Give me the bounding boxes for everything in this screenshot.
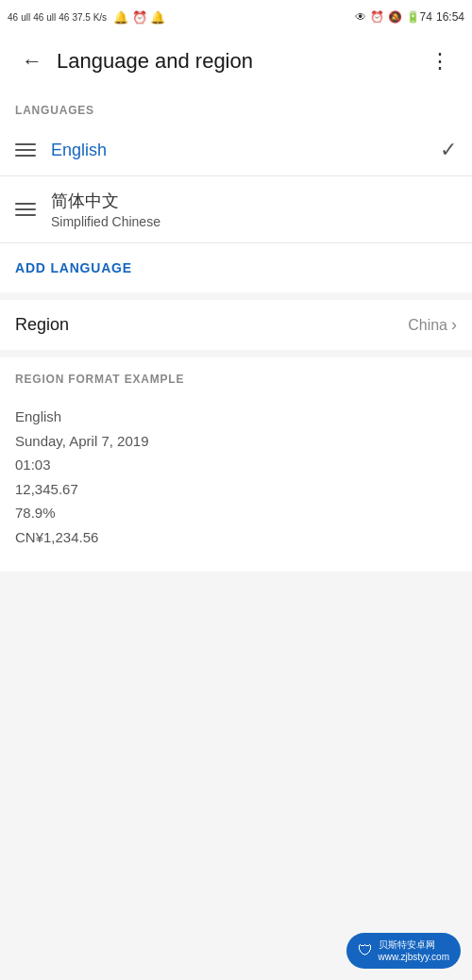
format-line-5: CN¥1,234.56 [15, 525, 457, 550]
signal-icon-1: 46 [8, 12, 18, 23]
eye-icon: 👁 [355, 10, 366, 24]
status-bar: 46 ull 46 ull 46 37.5 K/s 🔔 ⏰ 🔔 👁 ⏰ 🔕 🔋7… [0, 0, 472, 34]
languages-section: LANGUAGES English ✓ 简体中文 Simplified Chin [0, 89, 472, 292]
format-line-1: Sunday, April 7, 2019 [15, 429, 457, 454]
watermark-line2: www.zjbstyy.com [379, 951, 449, 963]
format-line-2: 01:03 [15, 453, 457, 477]
signal-icon-3: 46 [59, 12, 69, 23]
notification-icons: 🔔 ⏰ 🔔 [113, 10, 165, 25]
status-left: 46 ull 46 ull 46 37.5 K/s 🔔 ⏰ 🔔 [8, 10, 165, 25]
status-right: 👁 ⏰ 🔕 🔋74 16:54 [355, 10, 464, 24]
page-title: Language and region [57, 49, 423, 74]
english-selected-checkmark: ✓ [440, 138, 457, 162]
watermark-text: 贝斯特安卓网 www.zjbstyy.com [379, 938, 449, 963]
watermark-line1: 贝斯特安卓网 [379, 938, 449, 951]
content-area: LANGUAGES English ✓ 简体中文 Simplified Chin [0, 89, 472, 572]
signal-strength-2: ull [46, 12, 56, 23]
watermark-icon: 🛡 [358, 942, 373, 959]
format-section-header: REGION FORMAT EXAMPLE [0, 357, 472, 393]
network-speed: 37.5 K/s [72, 12, 107, 23]
more-options-button[interactable]: ⋮ [423, 44, 457, 78]
region-section: Region China › [0, 300, 472, 350]
format-line-4: 78.9% [15, 501, 457, 525]
languages-section-header: LANGUAGES [0, 89, 472, 125]
format-line-0: English [15, 405, 457, 429]
english-lang-text: English [51, 141, 440, 160]
drag-handle-english[interactable] [15, 143, 36, 157]
watermark: 🛡 贝斯特安卓网 www.zjbstyy.com [346, 933, 461, 969]
more-dots-icon: ⋮ [430, 49, 450, 74]
english-lang-name: English [51, 141, 440, 160]
region-value: China [408, 317, 447, 334]
drag-bar-1 [15, 143, 36, 145]
chinese-lang-name: 简体中文 [51, 190, 457, 212]
back-button[interactable]: ← [15, 44, 49, 78]
silent-icon: 🔕 [388, 10, 402, 24]
language-item-chinese[interactable]: 简体中文 Simplified Chinese [0, 176, 472, 242]
chevron-right-icon: › [451, 315, 457, 335]
drag-bar-5 [15, 208, 36, 210]
signal-icon-2: 46 [33, 12, 43, 23]
drag-bar-2 [15, 149, 36, 151]
chinese-lang-subtitle: Simplified Chinese [51, 214, 457, 229]
drag-handle-chinese[interactable] [15, 203, 36, 216]
region-label: Region [15, 315, 408, 335]
format-body: English Sunday, April 7, 2019 01:03 12,3… [0, 393, 472, 572]
signal-strength: ull [21, 12, 30, 23]
format-example-section: REGION FORMAT EXAMPLE English Sunday, Ap… [0, 357, 472, 572]
drag-bar-6 [15, 214, 36, 216]
battery-icon: 🔋74 [406, 10, 432, 24]
region-row[interactable]: Region China › [0, 300, 472, 350]
app-bar: ← Language and region ⋮ [0, 34, 472, 89]
language-item-english[interactable]: English ✓ [0, 125, 472, 176]
alarm-icon: ⏰ [370, 10, 384, 24]
drag-bar-4 [15, 203, 36, 205]
add-language-button[interactable]: ADD LANGUAGE [0, 242, 472, 292]
back-arrow-icon: ← [22, 49, 42, 74]
drag-bar-3 [15, 155, 36, 157]
time-display: 16:54 [436, 10, 464, 24]
chinese-lang-text: 简体中文 Simplified Chinese [51, 190, 457, 229]
format-line-3: 12,345.67 [15, 477, 457, 502]
